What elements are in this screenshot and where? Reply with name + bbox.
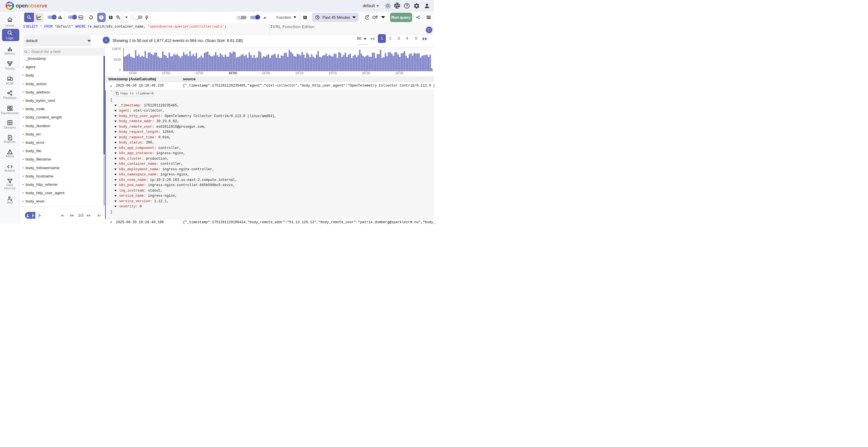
svg-text:16:20: 16:20 <box>362 71 370 75</box>
svg-text:16:15: 16:15 <box>329 71 337 75</box>
svg-text:0: 0 <box>119 68 121 71</box>
svg-text:16:25: 16:25 <box>395 71 404 75</box>
svg-text:15:55: 15:55 <box>195 71 204 75</box>
svg-text:15:45: 15:45 <box>129 71 137 75</box>
svg-text:16:05: 16:05 <box>262 71 270 75</box>
svg-text:16:10: 16:10 <box>295 71 304 75</box>
svg-text:15:50: 15:50 <box>162 71 170 75</box>
svg-text:6935: 6935 <box>114 58 121 61</box>
svg-text:13870: 13870 <box>112 47 121 51</box>
svg-text:16:00: 16:00 <box>228 71 237 75</box>
